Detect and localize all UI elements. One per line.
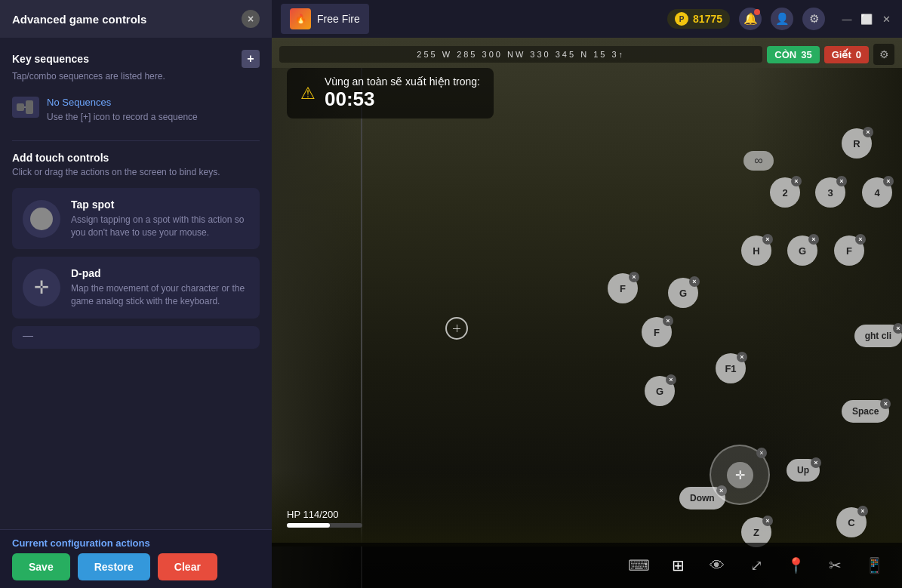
coin-icon: P (675, 12, 688, 26)
close-key-g-bottom[interactable]: × (666, 374, 676, 385)
warning-content: Vùng an toàn sẽ xuất hiện trong: 00:53 (325, 75, 480, 111)
clear-button[interactable]: Clear (158, 553, 217, 580)
hp-text: HP 114/200 (287, 509, 362, 520)
key-button-f-top[interactable]: F× (834, 236, 864, 266)
hud-settings-icon[interactable]: ⚙ (873, 44, 894, 65)
restore-button[interactable]: Restore (78, 553, 150, 580)
key-button-space[interactable]: Space× (842, 400, 889, 423)
close-window-button[interactable]: ✕ (879, 12, 893, 26)
dpad-card[interactable]: ✛ D-pad Map the movement of your charact… (12, 257, 260, 319)
infinity-button[interactable]: ∞ (743, 151, 774, 171)
key-button-f-left[interactable]: F× (608, 273, 638, 303)
keyboard-toolbar-icon[interactable]: ⌨ (626, 553, 651, 578)
grid-toolbar-icon[interactable]: ⊞ (665, 553, 691, 578)
key-sequences-desc: Tap/combo sequences are listed here. (12, 71, 260, 82)
joystick-cross: ✛ (735, 468, 745, 482)
tap-circle (30, 208, 53, 230)
notification-button[interactable]: 🔔 (739, 8, 762, 30)
key-button-2[interactable]: 2× (770, 177, 800, 208)
alive-label: CÒN (774, 49, 796, 60)
dpad-name: D-pad (71, 267, 249, 279)
partial-card (12, 326, 260, 349)
tap-spot-desc: Assign tapping on a spot with this actio… (71, 214, 249, 239)
key-button-g-mid[interactable]: G× (668, 278, 698, 308)
key-button-right-click[interactable]: ght cli× (854, 325, 902, 347)
coin-amount: 81775 (693, 13, 722, 25)
close-key-c[interactable]: × (857, 506, 868, 516)
close-key-4[interactable]: × (883, 176, 894, 186)
location-toolbar-icon[interactable]: 📍 (783, 553, 808, 578)
dpad-icon: ✛ (23, 269, 60, 306)
expand-toolbar-icon[interactable]: ⤢ (743, 553, 769, 578)
key-button-4[interactable]: 4× (862, 177, 892, 208)
key-button-g-bottom[interactable]: G× (645, 376, 675, 406)
eye-toolbar-icon[interactable]: 👁 (704, 553, 730, 578)
key-button-g-top[interactable]: G× (787, 236, 817, 266)
close-key-h[interactable]: × (762, 234, 773, 245)
game-icon: 🔥 (290, 8, 311, 29)
close-key-r[interactable]: × (863, 127, 873, 137)
section-divider (12, 140, 260, 141)
no-sequences-item: No Sequences Use the [+] icon to record … (12, 91, 260, 130)
panel-title: Advanced game controls (12, 13, 146, 26)
notification-dot (754, 9, 760, 15)
close-key-g-mid[interactable]: × (689, 276, 700, 287)
close-key-up[interactable]: × (811, 457, 821, 468)
restore-button[interactable]: ⬜ (860, 12, 873, 26)
add-touch-desc: Click or drag the actions on the screen … (12, 167, 260, 177)
config-actions-label: Current configuration actions (12, 537, 260, 549)
key-button-up[interactable]: Up× (787, 459, 820, 482)
game-viewport: 255 W 285 300 NW 330 345 N 15 3↑ CÒN 35 … (272, 38, 902, 588)
close-key-f-left[interactable]: × (629, 272, 639, 282)
crosshair (445, 317, 468, 340)
key-button-3[interactable]: 3× (815, 177, 845, 208)
tap-spot-icon (23, 200, 60, 238)
no-sequences-hint: Use the [+] icon to record a sequence (47, 112, 198, 122)
add-touch-title: Add touch controls (12, 152, 260, 164)
hud-status: CÒN 35 Giết 0 ⚙ (767, 44, 894, 65)
left-panel: Key sequences + Tap/combo sequences are … (0, 38, 272, 588)
scene-ground (272, 471, 902, 546)
close-key-right-click[interactable]: × (893, 323, 902, 334)
save-button[interactable]: Save (12, 553, 70, 580)
minimize-button[interactable]: — (840, 12, 854, 26)
svg-rect-1 (26, 100, 33, 114)
alive-status: CÒN 35 (767, 46, 819, 63)
close-key-f-top[interactable]: × (855, 234, 866, 245)
key-button-h[interactable]: H× (741, 236, 771, 266)
key-button-r[interactable]: R× (842, 128, 872, 159)
add-sequence-button[interactable]: + (242, 50, 260, 68)
joystick-inner: ✛ (727, 462, 753, 488)
profile-button[interactable]: 👤 (771, 8, 793, 30)
tap-spot-name: Tap spot (71, 199, 249, 211)
warning-text: Vùng an toàn sẽ xuất hiện trong: (325, 75, 480, 88)
key-button-f1[interactable]: F1× (716, 353, 746, 383)
panel-scroll[interactable]: Key sequences + Tap/combo sequences are … (0, 38, 272, 529)
settings-button[interactable]: ⚙ (802, 8, 825, 30)
dpad-info: D-pad Map the movement of your character… (71, 267, 249, 308)
close-key-2[interactable]: × (791, 176, 802, 186)
game-tab[interactable]: 🔥 Free Fire (281, 4, 369, 34)
scissors-toolbar-icon[interactable]: ✂ (822, 553, 848, 578)
joystick-outer[interactable]: ✛ × (710, 445, 770, 505)
key-sequences-section-header: Key sequences + (12, 50, 260, 68)
warning-icon: ⚠ (300, 84, 316, 103)
main-content: Key sequences + Tap/combo sequences are … (0, 38, 902, 588)
close-key-f-lower[interactable]: × (663, 316, 673, 326)
close-key-f1[interactable]: × (737, 352, 747, 362)
no-sequences-link[interactable]: No Sequences (47, 97, 198, 108)
key-button-c[interactable]: C× (836, 507, 867, 537)
dpad-desc: Map the movement of your character or th… (71, 282, 249, 308)
close-key-g-top[interactable]: × (808, 234, 819, 245)
kill-value: 0 (856, 49, 861, 60)
game-hud-top: 255 W 285 300 NW 330 345 N 15 3↑ CÒN 35 … (272, 38, 902, 71)
phone-toolbar-icon[interactable]: 📱 (861, 553, 887, 578)
close-key-3[interactable]: × (836, 176, 847, 186)
key-button-f-lower[interactable]: F× (642, 317, 672, 347)
bottom-bar: Current configuration actions Save Resto… (0, 529, 272, 588)
tap-spot-card[interactable]: Tap spot Assign tapping on a spot with t… (12, 188, 260, 250)
panel-close-button[interactable]: × (242, 10, 260, 28)
close-joystick[interactable]: × (756, 448, 767, 458)
game-bottom-toolbar: ⌨ ⊞ 👁 ⤢ 📍 ✂ 📱 (272, 543, 902, 588)
close-key-z[interactable]: × (762, 516, 773, 526)
